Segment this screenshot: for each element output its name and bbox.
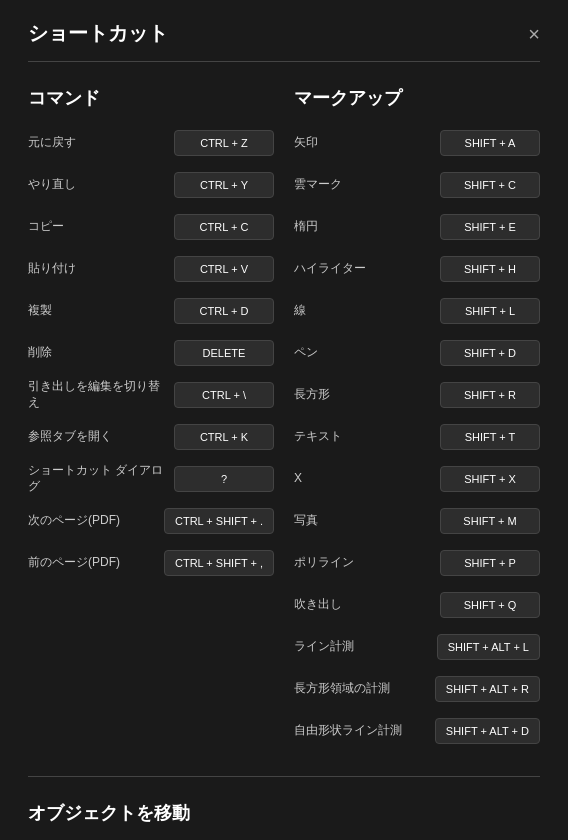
shortcut-label: 貼り付け xyxy=(28,261,174,277)
shortcut-label: ハイライター xyxy=(294,261,440,277)
shortcut-key: SHIFT + P xyxy=(440,550,540,576)
list-item: 貼り付け CTRL + V xyxy=(28,252,274,286)
list-item: 長方形 SHIFT + R xyxy=(294,378,540,412)
shortcut-label: ペン xyxy=(294,345,440,361)
shortcut-key: DELETE xyxy=(174,340,274,366)
list-item: ハイライター SHIFT + H xyxy=(294,252,540,286)
list-item: 参照タブを開く CTRL + K xyxy=(28,420,274,454)
shortcut-key: CTRL + V xyxy=(174,256,274,282)
commands-section-title: コマンド xyxy=(28,86,274,110)
shortcut-key: CTRL + \ xyxy=(174,382,274,408)
shortcut-label: 次のページ(PDF) xyxy=(28,513,164,529)
shortcuts-modal: ショートカット × コマンド 元に戻す CTRL + Z やり直し CTRL +… xyxy=(0,0,568,840)
shortcut-label: 線 xyxy=(294,303,440,319)
shortcut-label: テキスト xyxy=(294,429,440,445)
shortcut-key: SHIFT + C xyxy=(440,172,540,198)
shortcut-key: CTRL + K xyxy=(174,424,274,450)
shortcut-label: 複製 xyxy=(28,303,174,319)
shortcut-label: X xyxy=(294,471,440,487)
shortcut-label: ショートカット ダイアログ xyxy=(28,463,174,494)
shortcut-label: やり直し xyxy=(28,177,174,193)
list-item: テキスト SHIFT + T xyxy=(294,420,540,454)
list-item: X SHIFT + X xyxy=(294,462,540,496)
shortcut-key: SHIFT + L xyxy=(440,298,540,324)
shortcut-key: SHIFT + H xyxy=(440,256,540,282)
move-objects-section: オブジェクトを移動 すべて表示/非表示 CTRL + H すべて選択 CTRL … xyxy=(28,801,540,840)
shortcut-key: SHIFT + E xyxy=(440,214,540,240)
commands-column: コマンド 元に戻す CTRL + Z やり直し CTRL + Y コピー CTR… xyxy=(28,86,274,756)
shortcut-key: CTRL + D xyxy=(174,298,274,324)
list-item: 元に戻す CTRL + Z xyxy=(28,126,274,160)
modal-header: ショートカット × xyxy=(28,20,540,62)
shortcut-label: ポリライン xyxy=(294,555,440,571)
list-item: 複製 CTRL + D xyxy=(28,294,274,328)
list-item: 次のページ(PDF) CTRL + SHIFT + . xyxy=(28,504,274,538)
list-item: 削除 DELETE xyxy=(28,336,274,370)
list-item: 楕円 SHIFT + E xyxy=(294,210,540,244)
list-item: ショートカット ダイアログ ? xyxy=(28,462,274,496)
shortcut-label: 矢印 xyxy=(294,135,440,151)
shortcut-label: 元に戻す xyxy=(28,135,174,151)
shortcut-key: CTRL + C xyxy=(174,214,274,240)
markup-section-title: マークアップ xyxy=(294,86,540,110)
list-item: 前のページ(PDF) CTRL + SHIFT + , xyxy=(28,546,274,580)
shortcut-key: CTRL + Z xyxy=(174,130,274,156)
list-item: 矢印 SHIFT + A xyxy=(294,126,540,160)
close-button[interactable]: × xyxy=(528,24,540,44)
divider xyxy=(28,776,540,777)
main-columns: コマンド 元に戻す CTRL + Z やり直し CTRL + Y コピー CTR… xyxy=(28,86,540,756)
shortcut-label: 雲マーク xyxy=(294,177,440,193)
shortcut-key: SHIFT + ALT + R xyxy=(435,676,540,702)
shortcut-key: SHIFT + M xyxy=(440,508,540,534)
shortcut-label: 吹き出し xyxy=(294,597,440,613)
shortcut-label: 引き出しを編集を切り替え xyxy=(28,379,174,410)
shortcut-key: CTRL + SHIFT + , xyxy=(164,550,274,576)
shortcut-key: SHIFT + D xyxy=(440,340,540,366)
commands-list: 元に戻す CTRL + Z やり直し CTRL + Y コピー CTRL + C… xyxy=(28,126,274,580)
modal-title: ショートカット xyxy=(28,20,168,47)
list-item: ポリライン SHIFT + P xyxy=(294,546,540,580)
shortcut-key: CTRL + SHIFT + . xyxy=(164,508,274,534)
shortcut-key: SHIFT + Q xyxy=(440,592,540,618)
list-item: コピー CTRL + C xyxy=(28,210,274,244)
list-item: 吹き出し SHIFT + Q xyxy=(294,588,540,622)
shortcut-key: SHIFT + X xyxy=(440,466,540,492)
list-item: 自由形状ライン計測 SHIFT + ALT + D xyxy=(294,714,540,748)
list-item: ペン SHIFT + D xyxy=(294,336,540,370)
list-item: 雲マーク SHIFT + C xyxy=(294,168,540,202)
move-objects-title: オブジェクトを移動 xyxy=(28,801,540,825)
shortcut-key: CTRL + Y xyxy=(174,172,274,198)
markup-list: 矢印 SHIFT + A 雲マーク SHIFT + C 楕円 SHIFT + E… xyxy=(294,126,540,748)
list-item: ライン計測 SHIFT + ALT + L xyxy=(294,630,540,664)
shortcut-label: 参照タブを開く xyxy=(28,429,174,445)
shortcut-label: 削除 xyxy=(28,345,174,361)
list-item: 写真 SHIFT + M xyxy=(294,504,540,538)
list-item: 線 SHIFT + L xyxy=(294,294,540,328)
shortcut-key: SHIFT + A xyxy=(440,130,540,156)
markup-column: マークアップ 矢印 SHIFT + A 雲マーク SHIFT + C 楕円 SH… xyxy=(294,86,540,756)
shortcut-label: 長方形 xyxy=(294,387,440,403)
shortcut-key: SHIFT + ALT + L xyxy=(437,634,540,660)
shortcut-key: ? xyxy=(174,466,274,492)
shortcut-label: 長方形領域の計測 xyxy=(294,681,435,697)
shortcut-label: 写真 xyxy=(294,513,440,529)
shortcut-key: SHIFT + T xyxy=(440,424,540,450)
list-item: 長方形領域の計測 SHIFT + ALT + R xyxy=(294,672,540,706)
shortcut-label: 楕円 xyxy=(294,219,440,235)
list-item: やり直し CTRL + Y xyxy=(28,168,274,202)
shortcut-key: SHIFT + ALT + D xyxy=(435,718,540,744)
shortcut-label: コピー xyxy=(28,219,174,235)
shortcut-key: SHIFT + R xyxy=(440,382,540,408)
shortcut-label: 前のページ(PDF) xyxy=(28,555,164,571)
list-item: 引き出しを編集を切り替え CTRL + \ xyxy=(28,378,274,412)
shortcut-label: ライン計測 xyxy=(294,639,437,655)
shortcut-label: 自由形状ライン計測 xyxy=(294,723,435,739)
